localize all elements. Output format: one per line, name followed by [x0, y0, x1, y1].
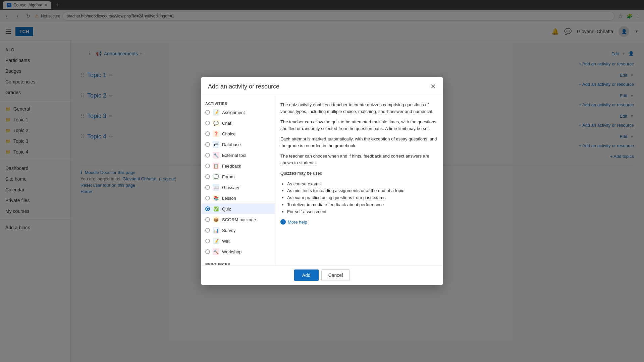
workshop-label: Workshop	[222, 249, 241, 254]
choice-label: Choice	[222, 131, 235, 136]
resources-section-title: RESOURCES	[201, 260, 275, 265]
lesson-label: Lesson	[222, 196, 236, 201]
modal-overlay[interactable]: Add an activity or resource ✕ ACTIVITIES…	[0, 0, 644, 362]
activity-item-feedback[interactable]: 📋 Feedback	[201, 161, 275, 171]
quiz-desc-p2: The teacher can allow the quiz to be att…	[280, 119, 437, 132]
wiki-icon: 📝	[213, 238, 219, 244]
more-help-info-icon: i	[280, 219, 286, 225]
database-icon: 🗃	[213, 141, 219, 148]
activity-item-wiki[interactable]: 📝 Wiki	[201, 236, 275, 246]
glossary-label: Glossary	[222, 185, 239, 190]
assignment-icon: 📝	[213, 109, 219, 116]
survey-radio[interactable]	[205, 228, 210, 233]
activity-item-quiz[interactable]: ✅ Quiz	[201, 203, 275, 214]
choice-radio[interactable]	[205, 131, 210, 136]
bullet-2: As mini tests for reading assignments or…	[287, 187, 437, 194]
quiz-bullet-list: As course exams As mini tests for readin…	[287, 181, 437, 216]
wiki-label: Wiki	[222, 239, 230, 244]
external-tool-radio[interactable]	[205, 153, 210, 158]
external-tool-icon: 🔧	[213, 152, 219, 159]
activity-item-external-tool[interactable]: 🔧 External tool	[201, 150, 275, 161]
activities-section-title: ACTIVITIES	[201, 99, 275, 107]
activity-modal: Add an activity or resource ✕ ACTIVITIES…	[201, 77, 443, 285]
more-help-section: i More help	[280, 219, 437, 225]
forum-radio[interactable]	[205, 174, 210, 179]
forum-label: Forum	[222, 174, 235, 179]
quiz-desc-p4: The teacher can choose when and if hints…	[280, 153, 437, 166]
quiz-label: Quiz	[222, 206, 231, 212]
quiz-desc-p5: Quizzes may be used	[280, 170, 437, 177]
wiki-radio[interactable]	[205, 239, 210, 243]
database-label: Database	[222, 142, 241, 147]
scorm-icon: 📦	[213, 216, 219, 223]
workshop-icon: 🔨	[213, 248, 219, 255]
survey-icon: 📊	[213, 227, 219, 234]
activity-item-glossary[interactable]: 📖 Glossary	[201, 182, 275, 193]
assignment-label: Assignment	[222, 110, 245, 115]
scorm-radio[interactable]	[205, 217, 210, 222]
modal-footer: Add Cancel	[201, 265, 443, 285]
activity-item-database[interactable]: 🗃 Database	[201, 139, 275, 150]
glossary-radio[interactable]	[205, 185, 210, 190]
activities-list: ACTIVITIES 📝 Assignment 💬 Chat ❓	[201, 96, 275, 265]
lesson-radio[interactable]	[205, 196, 210, 200]
activity-item-assignment[interactable]: 📝 Assignment	[201, 107, 275, 118]
quiz-desc-p1: The quiz activity enables a teacher to c…	[280, 102, 437, 115]
quiz-radio[interactable]	[205, 206, 210, 211]
workshop-radio[interactable]	[205, 249, 210, 254]
feedback-label: Feedback	[222, 164, 241, 169]
activity-item-chat[interactable]: 💬 Chat	[201, 118, 275, 128]
activity-item-survey[interactable]: 📊 Survey	[201, 225, 275, 236]
choice-icon: ❓	[213, 130, 219, 137]
quiz-icon: ✅	[213, 205, 219, 212]
assignment-radio[interactable]	[205, 110, 210, 115]
chat-label: Chat	[222, 121, 231, 126]
description-panel: The quiz activity enables a teacher to c…	[275, 96, 443, 265]
database-radio[interactable]	[205, 142, 210, 147]
feedback-icon: 📋	[213, 163, 219, 169]
bullet-3: As exam practice using questions from pa…	[287, 194, 437, 201]
quiz-desc-p3: Each attempt is marked automatically, wi…	[280, 136, 437, 149]
forum-icon: 💭	[213, 173, 219, 180]
bullet-5: For self-assessment	[287, 208, 437, 216]
chat-radio[interactable]	[205, 121, 210, 125]
more-help-link[interactable]: More help	[288, 220, 307, 225]
activity-item-scorm[interactable]: 📦 SCORM package	[201, 214, 275, 225]
feedback-radio[interactable]	[205, 164, 210, 168]
bullet-1: As course exams	[287, 181, 437, 188]
activity-item-lesson[interactable]: 📚 Lesson	[201, 193, 275, 203]
scorm-label: SCORM package	[222, 217, 256, 222]
survey-label: Survey	[222, 228, 235, 233]
glossary-icon: 📖	[213, 184, 219, 191]
add-button[interactable]: Add	[294, 269, 319, 281]
activity-item-forum[interactable]: 💭 Forum	[201, 171, 275, 182]
activity-item-workshop[interactable]: 🔨 Workshop	[201, 246, 275, 257]
cancel-button[interactable]: Cancel	[321, 269, 350, 281]
bullet-4: To deliver immediate feedback about perf…	[287, 201, 437, 208]
external-tool-label: External tool	[222, 153, 246, 158]
chat-icon: 💬	[213, 120, 219, 126]
activity-item-choice[interactable]: ❓ Choice	[201, 128, 275, 139]
modal-body: ACTIVITIES 📝 Assignment 💬 Chat ❓	[201, 96, 443, 265]
modal-title: Add an activity or resource	[208, 83, 279, 90]
modal-header: Add an activity or resource ✕	[201, 77, 443, 96]
lesson-icon: 📚	[213, 195, 219, 201]
modal-close-button[interactable]: ✕	[430, 82, 436, 90]
